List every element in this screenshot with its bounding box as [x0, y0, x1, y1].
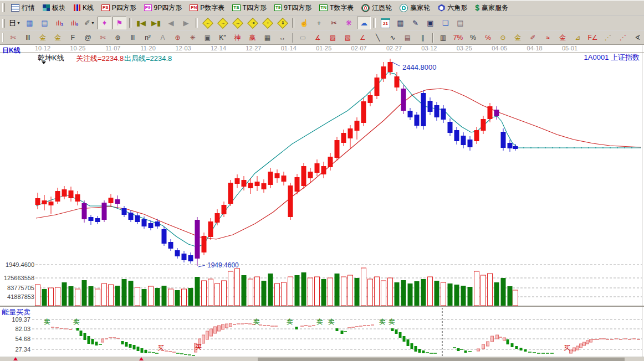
- angle-line-tool[interactable]: ∠: [356, 32, 370, 44]
- compress-button[interactable]: ⇥: [246, 17, 259, 29]
- menu-item-p-table[interactable]: PN P数字表: [186, 2, 228, 14]
- menu-item-kline[interactable]: K线: [69, 2, 98, 14]
- menu-item-t-table[interactable]: TN T数字表: [315, 2, 357, 14]
- grid-lines-tool[interactable]: Ⅲ: [21, 32, 35, 44]
- low-price-label: 1949.4600: [207, 261, 239, 269]
- indicator-name[interactable]: 能量买卖: [2, 307, 30, 317]
- gold-rise-tool[interactable]: ⋰: [601, 32, 615, 44]
- toolbar-grip[interactable]: [2, 3, 5, 12]
- crosshair-button[interactable]: +: [312, 17, 326, 29]
- chart-3-button[interactable]: ılı3: [53, 17, 67, 29]
- angle-knife-tool[interactable]: ✄: [96, 32, 110, 44]
- knife-tool[interactable]: ✄: [6, 32, 20, 44]
- horizontal-scrollbar[interactable]: [0, 357, 644, 361]
- expand-vertical-button[interactable]: ⇕: [275, 17, 289, 29]
- speed-rise-tool[interactable]: ⋰: [616, 32, 630, 44]
- fan-net-tool[interactable]: ▧: [341, 32, 355, 44]
- gold-section-tool[interactable]: 金: [556, 32, 570, 44]
- smart-brain-button[interactable]: ☁: [357, 17, 371, 29]
- four-angle-icon: ∢: [635, 34, 640, 41]
- candle: [149, 223, 154, 228]
- dense-grid-tool[interactable]: ▦: [260, 32, 274, 44]
- fan-box-icon: ▨: [330, 34, 336, 41]
- print-button[interactable]: ▤: [453, 17, 467, 29]
- goto-last-button[interactable]: ▶▮: [149, 17, 163, 29]
- star-grid-tool[interactable]: ✳: [186, 32, 200, 44]
- next-page-button[interactable]: ▶: [179, 17, 193, 29]
- n-square-tool[interactable]: n²: [141, 32, 155, 44]
- menu-item-winner-service[interactable]: $ 赢家服务: [471, 2, 512, 14]
- angle-a-tool[interactable]: A: [156, 32, 170, 44]
- menu-item-hexagon[interactable]: 六角形: [434, 2, 471, 14]
- gold-level-tool[interactable]: 金: [511, 32, 525, 44]
- draw-tool-button[interactable]: ✐▼: [83, 17, 96, 29]
- expand-horizontal-button[interactable]: ↔: [231, 17, 244, 29]
- gann-net-button[interactable]: ❋: [342, 17, 356, 29]
- scrollbar-thumb[interactable]: [258, 357, 625, 361]
- rise-line-tool[interactable]: ⊿: [571, 32, 585, 44]
- hatch-grid-tool[interactable]: ▤: [401, 32, 415, 44]
- zoom-fit-button[interactable]: +: [260, 17, 274, 29]
- tn-badge-icon: TN: [319, 4, 328, 11]
- four-angle-tool[interactable]: ∢: [631, 32, 644, 44]
- paint-tool[interactable]: ✐: [526, 32, 540, 44]
- parallel-lines-tool[interactable]: ∥: [416, 32, 430, 44]
- qiankun-kline-button[interactable]: ✦: [98, 17, 111, 29]
- spiral-tool[interactable]: @: [81, 32, 95, 44]
- toolbar-grip[interactable]: [2, 19, 5, 28]
- toolbar-grip[interactable]: [2, 33, 3, 42]
- menu-item-9t-square[interactable]: T9 9T四方形: [270, 2, 315, 14]
- period-day-button[interactable]: 日▼: [8, 17, 22, 29]
- shift-left-button[interactable]: ←: [201, 17, 214, 29]
- window-layout-button[interactable]: ▦: [23, 17, 37, 29]
- chevron-down-icon[interactable]: [42, 61, 46, 64]
- zigzag-tool[interactable]: ∿: [386, 32, 400, 44]
- quote-list-button[interactable]: ▤: [38, 17, 52, 29]
- menu-item-t-square[interactable]: TS T四方形: [228, 2, 270, 14]
- gann-circle-tool[interactable]: ⊕: [171, 32, 185, 44]
- menu-item-9p-square[interactable]: P9 9P四方形: [140, 2, 186, 14]
- measure-table-tool[interactable]: ▥: [436, 32, 450, 44]
- memo-button[interactable]: ✎: [408, 17, 422, 29]
- menu-item-quotes[interactable]: 行情: [7, 2, 39, 14]
- fibonacci-grid-tool[interactable]: F: [66, 32, 80, 44]
- gold-grid-tool[interactable]: 金: [51, 32, 65, 44]
- width-measure-tool[interactable]: ↔: [275, 32, 289, 44]
- calendar-button[interactable]: 21: [379, 17, 392, 29]
- export-button[interactable]: ❏: [438, 17, 452, 29]
- volume-bar: [142, 289, 147, 306]
- ma-tick: [624, 147, 625, 148]
- fan-lines-tool[interactable]: ∡: [311, 32, 325, 44]
- comb-tool[interactable]: Ⅲ: [126, 32, 140, 44]
- indicator-candle: [145, 350, 147, 353]
- goto-first-button[interactable]: ▮◀: [134, 17, 148, 29]
- shift-right-button[interactable]: →: [216, 17, 229, 29]
- wave-band-tool[interactable]: ≈: [541, 32, 555, 44]
- calculator-button[interactable]: ▦: [393, 17, 407, 29]
- ying-grid-tool[interactable]: 赢: [246, 32, 259, 44]
- menu-item-sectors[interactable]: 板块: [39, 2, 69, 14]
- gold-circle-tool[interactable]: ⊙: [496, 32, 510, 44]
- gold-ratio-tool[interactable]: 金: [36, 32, 50, 44]
- signal-flag-button[interactable]: ⚑: [113, 17, 126, 29]
- shen-grid-tool[interactable]: 神: [231, 32, 244, 44]
- k-note-tool[interactable]: K″: [216, 32, 229, 44]
- percent-zone-tool[interactable]: ℅: [481, 32, 495, 44]
- prev-page-button[interactable]: ◀: [164, 17, 178, 29]
- menu-item-gann-wheel[interactable]: 江恩轮: [357, 2, 396, 14]
- frame-tool[interactable]: ▭: [296, 32, 310, 44]
- percent-7-tool[interactable]: 7%: [451, 32, 465, 44]
- f-rise-tool[interactable]: F∠: [586, 32, 600, 44]
- grid-box-tool[interactable]: ▣: [201, 32, 214, 44]
- chart-9-button[interactable]: ılı9: [68, 17, 81, 29]
- gann-clock-tool[interactable]: ⊕: [111, 32, 125, 44]
- candle: [42, 200, 47, 204]
- erase-tool-button[interactable]: ✂: [327, 17, 341, 29]
- menu-item-p-square[interactable]: PS P四方形: [98, 2, 140, 14]
- percent-tool[interactable]: %: [466, 32, 480, 44]
- pan-hand-button[interactable]: ☝: [297, 17, 311, 29]
- trend-line-tool[interactable]: ╲: [371, 32, 385, 44]
- menu-item-winner-wheel[interactable]: 赢家轮: [396, 2, 434, 14]
- save-button[interactable]: ▣: [423, 17, 437, 29]
- fan-box-tool[interactable]: ▨: [326, 32, 340, 44]
